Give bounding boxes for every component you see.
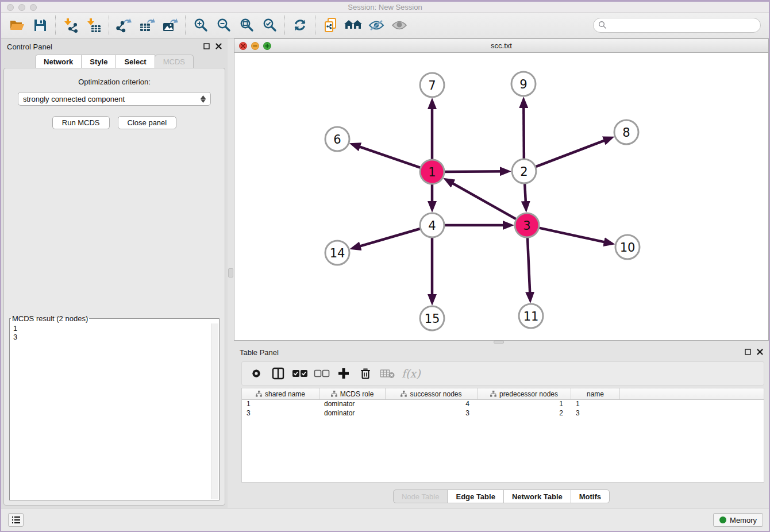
cell-successor-nodes[interactable]: 4 xyxy=(386,400,478,409)
home-icon[interactable] xyxy=(342,15,365,36)
export-network-icon[interactable] xyxy=(113,15,136,36)
tab-mcds[interactable]: MCDS xyxy=(155,55,194,68)
import-network-icon[interactable] xyxy=(59,15,82,36)
float-panel-icon[interactable] xyxy=(745,347,751,357)
zoom-in-icon[interactable] xyxy=(189,15,212,36)
close-panel-icon[interactable] xyxy=(757,347,763,357)
tab-motifs[interactable]: Motifs xyxy=(571,489,610,503)
cell-predecessor-nodes[interactable]: 1 xyxy=(478,400,571,409)
close-panel-icon[interactable] xyxy=(215,41,222,52)
optimization-criterion-label: Optimization criterion: xyxy=(4,78,225,86)
window-controls xyxy=(7,4,37,11)
graph-edge-3-10[interactable] xyxy=(537,228,611,244)
export-image-icon[interactable] xyxy=(159,15,182,36)
column-layout-icon[interactable] xyxy=(268,364,288,383)
mcds-result-text[interactable]: 1 3 xyxy=(11,323,211,499)
select-stepper-icon xyxy=(201,95,206,103)
criterion-value: strongly connected component xyxy=(23,95,125,103)
control-panel-tabs: Network Style Select MCDS xyxy=(1,55,228,68)
task-history-button[interactable] xyxy=(8,513,24,527)
tab-select[interactable]: Select xyxy=(116,55,155,68)
cell-predecessor-nodes[interactable]: 2 xyxy=(478,409,571,418)
control-panel-title: Control Panel xyxy=(7,43,52,51)
tab-network[interactable]: Network xyxy=(35,55,82,68)
graph-node-label-14: 14 xyxy=(330,246,345,260)
function-builder-fx-icon[interactable]: f(x) xyxy=(402,367,421,380)
column-header-successor-nodes[interactable]: successor nodes xyxy=(386,388,478,399)
vertical-splitter[interactable] xyxy=(228,38,234,508)
table-row[interactable]: 3 dominator 3 2 3 xyxy=(242,409,764,418)
minimize-view-icon[interactable] xyxy=(251,42,259,50)
close-window-button[interactable] xyxy=(7,4,14,11)
tab-node-table[interactable]: Node Table xyxy=(393,489,448,503)
close-view-icon[interactable] xyxy=(239,42,247,50)
cell-shared-name[interactable]: 1 xyxy=(242,400,319,409)
run-mcds-button[interactable]: Run MCDS xyxy=(52,116,110,129)
status-bar: Memory xyxy=(1,508,769,531)
column-header-name[interactable]: name xyxy=(571,388,620,399)
column-header-predecessor-nodes[interactable]: predecessor nodes xyxy=(478,388,571,399)
tab-network-table[interactable]: Network Table xyxy=(503,489,571,503)
unselect-all-columns-icon[interactable] xyxy=(312,364,332,383)
graph-edge-2-9[interactable] xyxy=(523,101,524,161)
graph-edge-3-1[interactable] xyxy=(446,180,518,220)
graph: 7968124314101511 xyxy=(234,53,768,340)
apply-layout-icon[interactable] xyxy=(288,15,311,36)
export-table-icon[interactable] xyxy=(136,15,159,36)
zoom-out-icon[interactable] xyxy=(212,15,235,36)
table-toolbar: f(x) xyxy=(241,361,764,385)
create-column-plus-icon[interactable] xyxy=(334,364,353,383)
open-session-icon[interactable] xyxy=(6,15,29,36)
result-scrollbar[interactable] xyxy=(211,323,218,499)
network-canvas[interactable]: 7968124314101511 xyxy=(234,53,768,340)
maximize-window-button[interactable] xyxy=(30,4,37,11)
save-session-icon[interactable] xyxy=(29,15,52,36)
network-view-title: scc.txt xyxy=(234,39,768,52)
graph-edge-3-11[interactable] xyxy=(528,235,530,299)
delete-table-icon[interactable] xyxy=(378,364,397,383)
first-neighbors-icon[interactable] xyxy=(319,15,342,36)
zoom-fit-icon[interactable] xyxy=(235,15,258,36)
graph-edge-2-8[interactable] xyxy=(533,138,611,168)
graph-edge-4-14[interactable] xyxy=(353,228,423,248)
graph-node-label-6: 6 xyxy=(333,133,341,147)
select-all-columns-icon[interactable] xyxy=(290,364,310,383)
import-table-icon[interactable] xyxy=(82,15,105,36)
main-toolbar xyxy=(1,13,769,38)
criterion-select[interactable]: strongly connected component xyxy=(18,92,211,106)
control-panel: Control Panel Network Style Select MCDS … xyxy=(1,38,228,508)
mcds-result-title: MCDS result (2 nodes) xyxy=(11,314,89,323)
column-header-shared-name[interactable]: shared name xyxy=(242,388,319,399)
column-header-mcds-role[interactable]: MCDS role xyxy=(319,388,386,399)
table-header: shared name MCDS role successor nodes pr… xyxy=(242,388,764,400)
table-row[interactable]: 1 dominator 4 1 1 xyxy=(242,400,764,409)
cell-shared-name[interactable]: 3 xyxy=(242,409,319,418)
maximize-view-icon[interactable] xyxy=(263,42,271,50)
cell-mcds-role[interactable]: dominator xyxy=(319,400,386,409)
hide-selected-eye-icon[interactable] xyxy=(365,15,388,36)
search-input[interactable] xyxy=(593,18,761,33)
table-settings-gear-icon[interactable] xyxy=(247,364,266,383)
show-all-eye-icon[interactable] xyxy=(388,15,411,36)
cell-successor-nodes[interactable]: 3 xyxy=(386,409,478,418)
memory-button[interactable]: Memory xyxy=(713,513,763,527)
delete-column-trash-icon[interactable] xyxy=(356,364,375,383)
graph-edge-1-2[interactable] xyxy=(442,171,507,172)
cell-mcds-role[interactable]: dominator xyxy=(319,409,386,418)
graph-edge-1-6[interactable] xyxy=(353,144,423,168)
network-view-titlebar: scc.txt xyxy=(234,39,768,53)
splitter-handle[interactable] xyxy=(494,341,504,344)
zoom-selected-icon[interactable] xyxy=(258,15,281,36)
close-panel-button[interactable]: Close panel xyxy=(118,116,177,129)
tab-style[interactable]: Style xyxy=(81,55,116,68)
cell-name[interactable]: 3 xyxy=(571,409,620,418)
splitter-handle[interactable] xyxy=(228,268,233,277)
toolbar-separator xyxy=(284,16,285,35)
graph-node-label-10: 10 xyxy=(620,241,636,255)
graph-edge-2-3[interactable] xyxy=(525,181,526,209)
node-table: shared name MCDS role successor nodes pr… xyxy=(241,388,764,483)
float-panel-icon[interactable] xyxy=(203,41,210,52)
tab-edge-table[interactable]: Edge Table xyxy=(447,489,503,503)
minimize-window-button[interactable] xyxy=(18,4,25,11)
cell-name[interactable]: 1 xyxy=(571,400,620,409)
